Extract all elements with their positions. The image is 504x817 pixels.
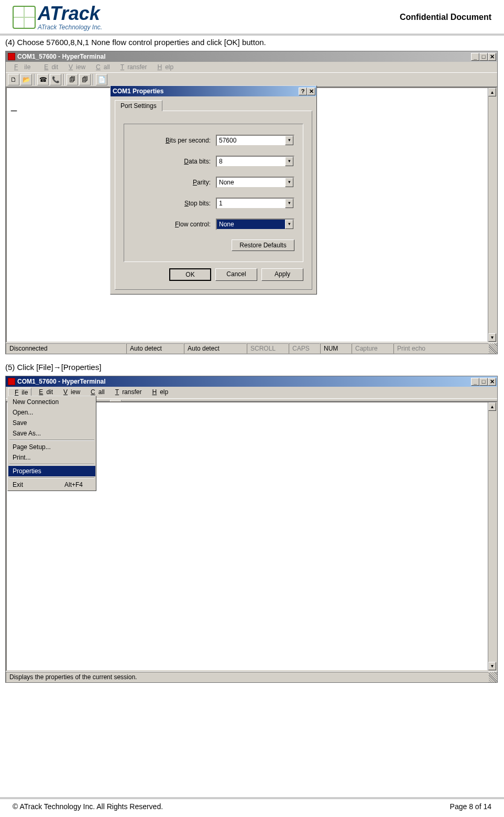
vertical-scrollbar[interactable]: ▴ ▾: [488, 402, 496, 670]
status-printecho: Print echo: [393, 343, 489, 354]
confidential-label: Confidential Document: [400, 13, 491, 22]
menu-item-save-as[interactable]: Save As...: [8, 428, 95, 439]
page-number: Page 8 of 14: [450, 802, 491, 811]
toolbar-1: 🗋 📂 ☎ 📞 🗐 🗐 📄: [6, 72, 497, 87]
combo-flow-control[interactable]: None▾: [216, 219, 294, 230]
label-data-bits: Data bits:: [184, 158, 211, 165]
close-button[interactable]: ✕: [488, 53, 496, 61]
titlebar-1[interactable]: COM1_57600 - HyperTerminal _ □ ✕: [6, 51, 497, 62]
chevron-down-icon[interactable]: ▾: [285, 199, 293, 208]
menu-item-properties[interactable]: Properties: [8, 466, 95, 476]
file-menu-dropdown: New Connection Open... Save Save As... P…: [7, 396, 96, 491]
status-caps: CAPS: [289, 343, 320, 354]
menu-item-save[interactable]: Save: [8, 418, 95, 428]
step5-text: (5) Click [File]→[Properties]: [0, 361, 504, 376]
menu-item-page-setup[interactable]: Page Setup...: [8, 442, 95, 452]
dialog-title: COM1 Properties: [113, 88, 163, 95]
menu-item-open[interactable]: Open...: [8, 407, 95, 418]
new-icon[interactable]: 🗋: [8, 74, 19, 85]
menu-separator: [9, 477, 94, 478]
menu-edit[interactable]: Edit: [38, 63, 61, 71]
chevron-down-icon[interactable]: ▾: [285, 157, 293, 166]
window-title-1: COM1_57600 - HyperTerminal: [17, 53, 106, 60]
titlebar-2[interactable]: COM1_57600 - HyperTerminal _ □ ✕: [6, 376, 497, 387]
step4-text: (4) Choose 57600,8,N,1 None flow control…: [0, 36, 504, 51]
page-header: ATrack ATrack Technology Inc. Confidenti…: [0, 0, 504, 36]
chevron-down-icon[interactable]: ▾: [285, 178, 293, 187]
restore-defaults-button[interactable]: Restore Defaults: [232, 239, 294, 251]
logo: ATrack ATrack Technology Inc.: [13, 4, 102, 30]
status-disconnected: Disconnected: [6, 343, 126, 354]
properties-icon[interactable]: 📄: [96, 74, 107, 85]
disconnect-icon[interactable]: 📞: [50, 74, 61, 85]
resize-grip-icon[interactable]: [489, 672, 497, 682]
page-footer: © ATrack Technology Inc. All Rights Rese…: [0, 797, 504, 811]
status-message: Displays the properties of the current s…: [6, 672, 489, 682]
copyright-text: © ATrack Technology Inc. All Rights Rese…: [13, 802, 163, 811]
chevron-down-icon[interactable]: ▾: [285, 136, 293, 145]
close-button[interactable]: ✕: [488, 378, 496, 386]
dialog-close-button[interactable]: ✕: [307, 88, 315, 95]
combo-data-bits[interactable]: 8▾: [216, 156, 294, 167]
menu-transfer[interactable]: Transfer: [114, 63, 150, 71]
chevron-down-icon[interactable]: ▾: [285, 220, 293, 229]
minimize-button[interactable]: _: [471, 53, 479, 61]
status-num: NUM: [320, 343, 352, 354]
ok-button[interactable]: OK: [169, 268, 211, 281]
vertical-scrollbar[interactable]: ▴ ▾: [488, 88, 496, 342]
send-icon[interactable]: 🗐: [67, 74, 78, 85]
window-title-2: COM1_57600 - HyperTerminal: [17, 378, 106, 385]
status-autodetect2: Auto detect: [184, 343, 247, 354]
statusbar-2: Displays the properties of the current s…: [6, 671, 497, 682]
menu-view[interactable]: View: [62, 63, 89, 71]
label-bits-per-second: Bits per second:: [166, 137, 211, 144]
menu-call[interactable]: Call: [90, 63, 113, 71]
combo-stop-bits[interactable]: 1▾: [216, 198, 294, 209]
dialog-titlebar[interactable]: COM1 Properties ? ✕: [111, 86, 316, 96]
app-icon: [8, 53, 15, 60]
logo-main-text: ATrack: [38, 4, 102, 23]
logo-sub-text: ATrack Technology Inc.: [38, 24, 102, 30]
dialog-help-button[interactable]: ?: [299, 88, 307, 95]
label-stop-bits: Stop bits:: [184, 200, 211, 207]
maximize-button[interactable]: □: [479, 378, 488, 386]
caret: _: [11, 100, 17, 112]
maximize-button[interactable]: □: [479, 53, 488, 61]
menu-file[interactable]: File: [8, 63, 37, 71]
resize-grip-icon[interactable]: [489, 343, 497, 354]
com1-properties-dialog: COM1 Properties ? ✕ Port Settings Bits p…: [110, 85, 317, 295]
status-scroll: SCROLL: [247, 343, 289, 354]
status-autodetect1: Auto detect: [126, 343, 184, 354]
menu-help[interactable]: Help: [146, 388, 171, 397]
status-capture: Capture: [352, 343, 393, 354]
menu-help[interactable]: Help: [151, 63, 177, 71]
cancel-button[interactable]: Cancel: [215, 268, 257, 281]
menu-transfer[interactable]: Transfer: [109, 388, 145, 397]
menu-separator: [9, 464, 94, 465]
scroll-down-icon[interactable]: ▾: [488, 333, 496, 342]
tab-port-settings[interactable]: Port Settings: [115, 100, 162, 111]
menu-item-exit[interactable]: ExitAlt+F4: [8, 480, 95, 490]
combo-bits-per-second[interactable]: 57600▾: [216, 135, 294, 146]
open-icon[interactable]: 📂: [20, 74, 32, 85]
receive-icon[interactable]: 🗐: [79, 74, 91, 85]
statusbar-1: Disconnected Auto detect Auto detect SCR…: [6, 343, 497, 354]
shortcut-exit: Alt+F4: [64, 481, 83, 488]
app-icon: [8, 378, 15, 385]
label-parity: Parity:: [193, 179, 211, 186]
scroll-up-icon[interactable]: ▴: [488, 88, 496, 96]
connect-icon[interactable]: ☎: [37, 74, 49, 85]
scroll-up-icon[interactable]: ▴: [488, 402, 496, 411]
logo-crosshair-icon: [13, 6, 36, 29]
minimize-button[interactable]: _: [471, 378, 479, 386]
menu-separator: [9, 440, 94, 441]
menu-item-print[interactable]: Print...: [8, 452, 95, 463]
apply-button[interactable]: Apply: [261, 268, 303, 281]
menu-item-new-connection[interactable]: New Connection: [8, 397, 95, 407]
label-flow-control: Flow control:: [175, 221, 211, 228]
scroll-down-icon[interactable]: ▾: [488, 662, 496, 670]
combo-parity[interactable]: None▾: [216, 177, 294, 188]
menubar-1: File Edit View Call Transfer Help: [6, 62, 497, 72]
